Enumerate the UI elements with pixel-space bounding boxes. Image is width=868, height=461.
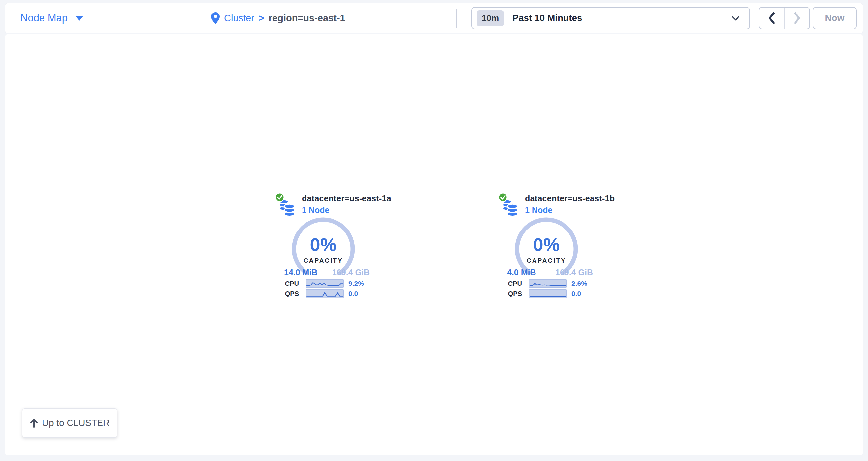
chevron-down-icon bbox=[732, 16, 740, 21]
locality-card-us-east-1b[interactable]: datacenter=us-east-1b 1 Node 0% CAPACITY… bbox=[500, 192, 593, 302]
metric-label: CPU bbox=[277, 280, 299, 288]
capacity-caption: CAPACITY bbox=[304, 257, 343, 264]
node-map-canvas: datacenter=us-east-1a 1 Node 0% CAPACITY… bbox=[5, 34, 863, 455]
metric-row-cpu: CPU 2.6% bbox=[500, 279, 593, 288]
metric-label: QPS bbox=[277, 290, 299, 298]
view-selector-label: Node Map bbox=[21, 12, 67, 24]
chevron-left-icon bbox=[768, 12, 775, 24]
time-back-button[interactable] bbox=[759, 7, 784, 29]
up-to-cluster-label: Up to CLUSTER bbox=[42, 418, 110, 428]
locality-card-us-east-1a[interactable]: datacenter=us-east-1a 1 Node 0% CAPACITY… bbox=[277, 192, 370, 302]
cpu-sparkline-chart bbox=[306, 279, 343, 288]
breadcrumb: Cluster > region=us-east-1 bbox=[211, 3, 345, 33]
metric-row-qps: QPS 0.0 bbox=[500, 290, 593, 298]
qps-sparkline-chart bbox=[306, 290, 343, 298]
capacity-total: 169.4 GiB bbox=[555, 268, 593, 277]
locality-titles: datacenter=us-east-1b 1 Node bbox=[525, 194, 615, 215]
metric-rows: CPU 2.6% QPS 0.0 bbox=[500, 279, 593, 300]
breadcrumb-separator: > bbox=[259, 13, 264, 24]
node-map-page: Node Map Cluster > region=us-east-1 10m … bbox=[0, 0, 868, 461]
time-range-dropdown[interactable]: 10m Past 10 Minutes bbox=[471, 7, 750, 29]
metric-label: CPU bbox=[500, 280, 522, 288]
metric-row-cpu: CPU 9.2% bbox=[277, 279, 370, 288]
metric-value: 0.0 bbox=[348, 290, 358, 298]
locality-icon-group bbox=[498, 192, 520, 217]
location-pin-icon bbox=[211, 12, 220, 24]
capacity-percentage: 0% bbox=[310, 234, 337, 255]
qps-sparkline-chart bbox=[529, 290, 566, 298]
metric-value: 2.6% bbox=[571, 279, 587, 288]
metric-row-qps: QPS 0.0 bbox=[277, 290, 370, 298]
cpu-sparkline-chart bbox=[529, 279, 566, 288]
time-forward-button[interactable] bbox=[784, 7, 809, 29]
locality-title: datacenter=us-east-1b bbox=[525, 194, 615, 203]
locality-icon-group bbox=[275, 192, 297, 217]
breadcrumb-cluster-link[interactable]: Cluster bbox=[224, 13, 254, 24]
chevron-right-icon bbox=[794, 12, 801, 24]
topbar: Node Map Cluster > region=us-east-1 10m … bbox=[5, 3, 863, 33]
capacity-stats: 14.0 MiB 169.4 GiB bbox=[277, 268, 370, 277]
breadcrumb-current: region=us-east-1 bbox=[269, 13, 345, 24]
time-nav-buttons bbox=[758, 7, 810, 29]
metric-rows: CPU 9.2% QPS 0.0 bbox=[277, 279, 370, 300]
locality-titles: datacenter=us-east-1a 1 Node bbox=[302, 194, 391, 215]
status-healthy-icon bbox=[275, 192, 285, 202]
view-selector-dropdown[interactable]: Node Map bbox=[21, 3, 83, 33]
status-healthy-icon bbox=[498, 192, 508, 202]
caret-down-icon bbox=[75, 16, 83, 21]
up-to-cluster-button[interactable]: Up to CLUSTER bbox=[22, 408, 117, 438]
capacity-total: 169.4 GiB bbox=[332, 268, 370, 277]
now-button[interactable]: Now bbox=[813, 7, 857, 29]
time-range-badge: 10m bbox=[477, 10, 504, 26]
time-range-label: Past 10 Minutes bbox=[513, 13, 732, 23]
topbar-divider bbox=[457, 8, 457, 28]
capacity-caption: CAPACITY bbox=[527, 257, 566, 264]
capacity-used: 4.0 MiB bbox=[507, 268, 536, 277]
locality-node-count: 1 Node bbox=[302, 205, 391, 215]
metric-label: QPS bbox=[500, 290, 522, 298]
capacity-used: 14.0 MiB bbox=[284, 268, 317, 277]
locality-node-count: 1 Node bbox=[525, 205, 615, 215]
metric-value: 0.0 bbox=[571, 290, 581, 298]
capacity-stats: 4.0 MiB 169.4 GiB bbox=[500, 268, 593, 277]
capacity-percentage: 0% bbox=[533, 234, 560, 255]
locality-title: datacenter=us-east-1a bbox=[302, 194, 391, 203]
metric-value: 9.2% bbox=[348, 279, 364, 288]
arrow-up-icon bbox=[30, 418, 38, 428]
